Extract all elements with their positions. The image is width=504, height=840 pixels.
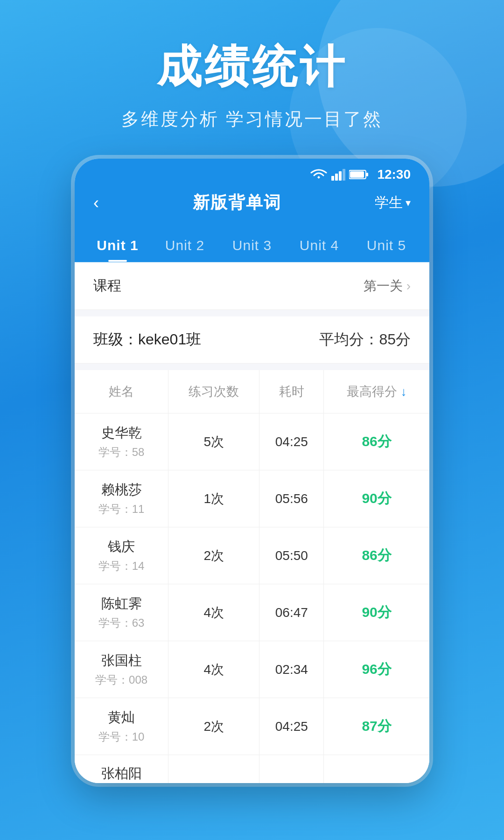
tab-bar: Unit 1 Unit 2 Unit 3 Unit 4 Unit 5 bbox=[75, 227, 429, 262]
student-cell: 张国柱 学号：008 bbox=[75, 641, 168, 698]
svg-rect-2 bbox=[339, 171, 342, 181]
wifi-icon bbox=[310, 168, 328, 181]
course-row[interactable]: 课程 第一关 › bbox=[75, 262, 429, 310]
tab-unit3[interactable]: Unit 3 bbox=[218, 227, 286, 262]
practice-cell: 2次 bbox=[168, 527, 259, 584]
col-name: 姓名 bbox=[75, 370, 168, 413]
table-row: 张国柱 学号：008 4次 02:34 96分 bbox=[75, 641, 429, 698]
practice-cell: 2次 bbox=[168, 698, 259, 755]
tab-unit5[interactable]: Unit 5 bbox=[353, 227, 420, 262]
svg-rect-6 bbox=[366, 173, 368, 176]
score-cell: 86分 bbox=[324, 527, 429, 584]
student-cell: 钱庆 学号：14 bbox=[75, 527, 168, 584]
score-cell: 96分 bbox=[324, 641, 429, 698]
svg-rect-5 bbox=[350, 171, 364, 178]
svg-rect-1 bbox=[335, 174, 338, 181]
table-row-partial: 张柏阳 bbox=[75, 755, 429, 784]
tab-unit1[interactable]: Unit 1 bbox=[84, 227, 151, 262]
avg-score: 平均分：85分 bbox=[319, 329, 411, 350]
dropdown-arrow-icon: ▾ bbox=[406, 197, 411, 209]
practice-cell: 1次 bbox=[168, 470, 259, 527]
table-row: 钱庆 学号：14 2次 05:50 86分 bbox=[75, 527, 429, 584]
svg-rect-3 bbox=[343, 169, 345, 181]
table-row: 史华乾 学号：58 5次 04:25 86分 bbox=[75, 413, 429, 470]
score-cell: 87分 bbox=[324, 698, 429, 755]
chevron-right-icon: › bbox=[406, 279, 411, 294]
table-row: 陈虹霁 学号：63 4次 06:47 90分 bbox=[75, 584, 429, 641]
student-cell: 赖桃莎 学号：11 bbox=[75, 470, 168, 527]
course-label: 课程 bbox=[93, 276, 121, 295]
score-cell: 86分 bbox=[324, 413, 429, 470]
svg-rect-0 bbox=[331, 176, 334, 181]
duration-cell: 02:34 bbox=[259, 641, 324, 698]
table-row: 赖桃莎 学号：11 1次 05:56 90分 bbox=[75, 470, 429, 527]
col-duration: 耗时 bbox=[259, 370, 324, 413]
score-cell: 90分 bbox=[324, 584, 429, 641]
student-cell: 陈虹霁 学号：63 bbox=[75, 584, 168, 641]
table-row: 黄灿 学号：10 2次 04:25 87分 bbox=[75, 698, 429, 755]
duration-cell: 04:25 bbox=[259, 698, 324, 755]
tab-unit4[interactable]: Unit 4 bbox=[286, 227, 353, 262]
status-bar: 12:30 bbox=[75, 159, 429, 182]
practice-cell: 4次 bbox=[168, 641, 259, 698]
class-info-row: 班级：keke01班 平均分：85分 bbox=[75, 316, 429, 364]
tab-unit2[interactable]: Unit 2 bbox=[151, 227, 218, 262]
student-dropdown[interactable]: 学生 ▾ bbox=[375, 193, 411, 212]
class-name: 班级：keke01班 bbox=[93, 329, 201, 350]
table-header-row: 姓名 练习次数 耗时 最高得分 ↓ bbox=[75, 370, 429, 413]
col-score[interactable]: 最高得分 ↓ bbox=[324, 370, 429, 413]
course-level[interactable]: 第一关 › bbox=[364, 277, 411, 295]
duration-cell: 06:47 bbox=[259, 584, 324, 641]
practice-cell: 5次 bbox=[168, 413, 259, 470]
student-label: 学生 bbox=[375, 193, 403, 212]
course-level-text: 第一关 bbox=[364, 277, 403, 295]
duration-cell: 05:56 bbox=[259, 470, 324, 527]
signal-icon bbox=[331, 168, 345, 181]
score-cell: 90分 bbox=[324, 470, 429, 527]
practice-cell: 4次 bbox=[168, 584, 259, 641]
phone-frame: 12:30 ‹ 新版背单词 学生 ▾ Unit 1 Unit 2 Unit 3 … bbox=[75, 159, 429, 783]
battery-icon bbox=[349, 169, 369, 180]
hero-subtitle: 多维度分析 学习情况一目了然 bbox=[0, 107, 504, 131]
score-table: 姓名 练习次数 耗时 最高得分 ↓ 史华乾 学号：58 bbox=[75, 370, 429, 783]
content-area: 课程 第一关 › 班级：keke01班 平均分：85分 姓名 练习次数 耗时 bbox=[75, 262, 429, 783]
duration-cell: 05:50 bbox=[259, 527, 324, 584]
hero-title: 成绩统计 bbox=[0, 37, 504, 98]
back-button[interactable]: ‹ bbox=[93, 193, 99, 213]
student-cell: 史华乾 学号：58 bbox=[75, 413, 168, 470]
status-time: 12:30 bbox=[377, 167, 411, 182]
student-cell: 张柏阳 bbox=[75, 755, 168, 784]
nav-bar: ‹ 新版背单词 学生 ▾ bbox=[75, 182, 429, 227]
sort-arrow-icon[interactable]: ↓ bbox=[401, 385, 407, 399]
col-practice: 练习次数 bbox=[168, 370, 259, 413]
student-cell: 黄灿 学号：10 bbox=[75, 698, 168, 755]
duration-cell: 04:25 bbox=[259, 413, 324, 470]
nav-title: 新版背单词 bbox=[193, 191, 281, 214]
